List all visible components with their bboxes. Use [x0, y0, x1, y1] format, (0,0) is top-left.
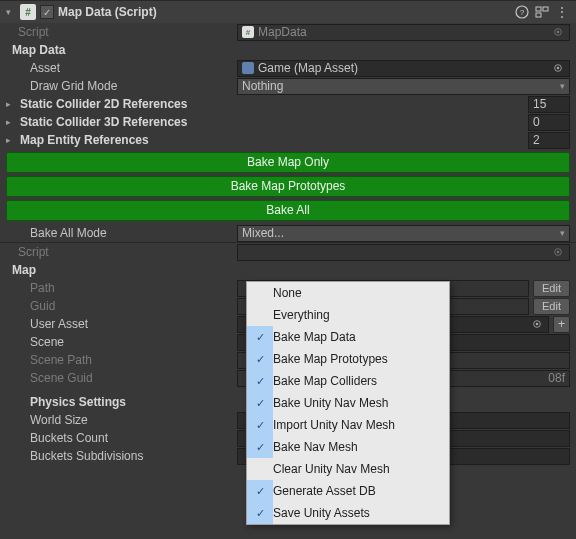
enabled-checkbox[interactable]: ✓ — [40, 5, 54, 19]
foldout-arrow-icon[interactable]: ▾ — [6, 7, 16, 17]
script-field: # MapData — [237, 24, 570, 41]
array-count[interactable]: 2 — [528, 132, 570, 149]
object-picker-icon — [551, 24, 565, 41]
bake-all-mode-label: Bake All Mode — [30, 226, 233, 240]
check-icon — [247, 304, 273, 326]
fold-label: Map Entity References — [20, 133, 524, 147]
script-label: Script — [18, 245, 233, 259]
bake-all-mode-value: Mixed... — [242, 226, 284, 240]
array-count[interactable]: 0 — [528, 114, 570, 131]
popup-item[interactable]: ✓Bake Map Data — [247, 326, 449, 348]
check-icon: ✓ — [247, 326, 273, 348]
popup-item-label: None — [273, 286, 302, 300]
popup-item[interactable]: ✓Import Unity Nav Mesh — [247, 414, 449, 436]
check-icon: ✓ — [247, 392, 273, 414]
map-entity-foldout[interactable]: ▸ Map Entity References 2 — [0, 131, 576, 149]
bake-all-mode-row: Bake All Mode Mixed... — [0, 224, 576, 242]
check-icon: ✓ — [247, 436, 273, 458]
check-icon: ✓ — [247, 348, 273, 370]
popup-item[interactable]: ✓Save Unity Assets — [247, 502, 449, 524]
fold-arrow-icon: ▸ — [6, 117, 16, 127]
preset-icon[interactable] — [534, 4, 550, 20]
csharp-script-icon: # — [20, 4, 36, 20]
scene-guid-label: Scene Guid — [30, 371, 233, 385]
static-collider-2d-foldout[interactable]: ▸ Static Collider 2D References 15 — [0, 95, 576, 113]
popup-item[interactable]: None — [247, 282, 449, 304]
script-label: Script — [18, 25, 233, 39]
popup-item[interactable]: ✓Bake Nav Mesh — [247, 436, 449, 458]
popup-item[interactable]: Clear Unity Nav Mesh — [247, 458, 449, 480]
asset-label: Asset — [30, 61, 233, 75]
draw-grid-row: Draw Grid Mode Nothing — [0, 77, 576, 95]
fold-arrow-icon: ▸ — [6, 135, 16, 145]
component-header[interactable]: ▾ # ✓ Map Data (Script) ? ⋮ — [0, 1, 576, 23]
asset-field[interactable]: Game (Map Asset) — [237, 60, 570, 77]
scene-guid-tail: 08f — [548, 371, 565, 385]
popup-item-label: Bake Map Prototypes — [273, 352, 388, 366]
script-field — [237, 244, 570, 261]
bake-all-mode-popup: NoneEverything✓Bake Map Data✓Bake Map Pr… — [246, 281, 450, 525]
draw-grid-dropdown[interactable]: Nothing — [237, 78, 570, 95]
popup-item-label: Save Unity Assets — [273, 506, 370, 520]
popup-item-label: Everything — [273, 308, 330, 322]
svg-rect-2 — [536, 7, 541, 11]
buckets-count-label: Buckets Count — [30, 431, 233, 445]
path-edit-button[interactable]: Edit — [533, 280, 570, 297]
object-picker-icon[interactable] — [551, 60, 565, 77]
popup-item-label: Import Unity Nav Mesh — [273, 418, 395, 432]
fold-label: Static Collider 3D References — [20, 115, 524, 129]
scene-path-label: Scene Path — [30, 353, 233, 367]
popup-item[interactable]: Everything — [247, 304, 449, 326]
bake-map-prototypes-button[interactable]: Bake Map Prototypes — [6, 176, 570, 197]
user-asset-label: User Asset — [30, 317, 233, 331]
section-map: Map — [0, 261, 576, 279]
svg-point-12 — [536, 323, 539, 326]
check-icon: ✓ — [247, 414, 273, 436]
check-icon — [247, 458, 273, 480]
path-label: Path — [30, 281, 233, 295]
section-map-data: Map Data — [0, 41, 576, 59]
script-mini-icon: # — [242, 26, 254, 38]
check-icon: ✓ — [247, 502, 273, 524]
popup-item-label: Bake Map Data — [273, 330, 356, 344]
bake-map-only-button[interactable]: Bake Map Only — [6, 152, 570, 173]
popup-item[interactable]: ✓Bake Map Prototypes — [247, 348, 449, 370]
svg-rect-4 — [536, 13, 541, 17]
script-row: Script — [0, 243, 576, 261]
guid-edit-button[interactable]: Edit — [533, 298, 570, 315]
popup-item[interactable]: ✓Bake Unity Nav Mesh — [247, 392, 449, 414]
popup-item[interactable]: ✓Bake Map Colliders — [247, 370, 449, 392]
svg-point-8 — [557, 67, 560, 70]
popup-item-label: Bake Nav Mesh — [273, 440, 358, 454]
asset-row: Asset Game (Map Asset) — [0, 59, 576, 77]
asset-obj-icon — [242, 62, 254, 74]
object-picker-icon[interactable] — [530, 316, 544, 333]
popup-item[interactable]: ✓Generate Asset DB — [247, 480, 449, 502]
bake-all-button[interactable]: Bake All — [6, 200, 570, 221]
help-icon[interactable]: ? — [514, 4, 530, 20]
buckets-sub-label: Buckets Subdivisions — [30, 449, 233, 463]
svg-text:?: ? — [520, 8, 525, 17]
asset-value: Game (Map Asset) — [258, 61, 358, 75]
popup-item-label: Bake Unity Nav Mesh — [273, 396, 388, 410]
menu-icon[interactable]: ⋮ — [554, 4, 570, 20]
check-icon: ✓ — [247, 480, 273, 502]
world-size-label: World Size — [30, 413, 233, 427]
fold-label: Static Collider 2D References — [20, 97, 524, 111]
user-asset-add-button[interactable]: + — [553, 316, 570, 333]
guid-label: Guid — [30, 299, 233, 313]
draw-grid-value: Nothing — [242, 79, 283, 93]
static-collider-3d-foldout[interactable]: ▸ Static Collider 3D References 0 — [0, 113, 576, 131]
draw-grid-label: Draw Grid Mode — [30, 79, 233, 93]
array-count[interactable]: 15 — [528, 96, 570, 113]
script-row: Script # MapData — [0, 23, 576, 41]
popup-item-label: Clear Unity Nav Mesh — [273, 462, 390, 476]
fold-arrow-icon: ▸ — [6, 99, 16, 109]
object-picker-icon — [551, 244, 565, 261]
script-value: MapData — [258, 25, 307, 39]
bake-all-mode-dropdown[interactable]: Mixed... — [237, 225, 570, 242]
component-title: Map Data (Script) — [58, 5, 510, 19]
check-icon: ✓ — [247, 370, 273, 392]
svg-rect-3 — [543, 7, 548, 11]
svg-point-6 — [557, 31, 560, 34]
